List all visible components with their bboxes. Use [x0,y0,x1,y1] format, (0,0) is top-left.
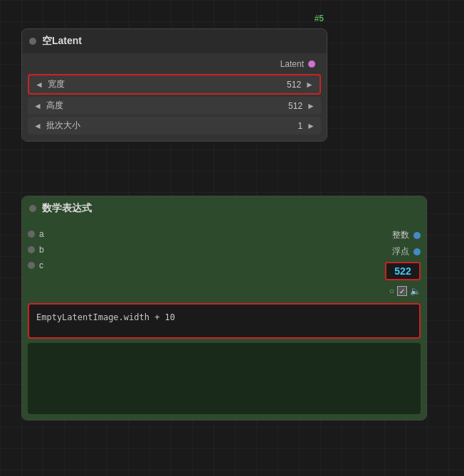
math-node-dot [29,205,36,212]
latent-output-label: Latent [280,59,304,69]
latent-output-connector[interactable] [308,60,315,68]
width-label: 宽度 [48,78,287,90]
output-value-display: 522 [385,262,421,280]
latent-node: #5 空Latent Latent ◄ 宽度 512 ► ◄ 高度 512 ► … [21,28,327,142]
output-float-row: 浮点 [392,245,421,258]
math-empty-area [28,343,421,414]
math-outputs-right: 整数 浮点 522 ○ 🔈 [385,226,421,299]
latent-node-title: 空Latent [42,35,82,48]
height-label: 高度 [46,100,288,112]
batch-value: 1 [297,121,302,131]
speaker-icon[interactable]: 🔈 [410,286,421,296]
latent-output-row: Latent [28,58,321,72]
input-a-row: a [28,229,44,239]
output-float-connector[interactable] [413,248,421,255]
latent-node-dot [29,38,36,45]
input-c-connector[interactable] [28,262,35,269]
output-float-label: 浮点 [392,245,409,258]
input-c-row: c [28,260,44,270]
height-right-arrow[interactable]: ► [305,101,317,111]
latent-node-header: 空Latent [22,29,327,53]
input-c-label: c [39,260,43,270]
input-a-connector[interactable] [28,231,35,238]
latent-node-body: Latent ◄ 宽度 512 ► ◄ 高度 512 ► ◄ 批次大小 1 ► [22,53,327,141]
math-inputs-section: a b c 整数 浮点 [28,226,421,299]
expression-area[interactable]: EmptyLatentImage.width + 10 [28,303,421,339]
output-integer-row: 整数 [392,229,421,241]
batch-right-arrow[interactable]: ► [305,121,317,131]
input-b-row: b [28,245,44,255]
batch-label: 批次大小 [46,120,298,132]
math-node-title: 数学表达式 [42,202,92,215]
circle-icon: ○ [389,286,394,296]
math-controls-row: ○ 🔈 [389,286,421,296]
input-b-label: b [39,245,44,255]
height-left-arrow[interactable]: ◄ [32,101,43,111]
checkbox-control[interactable] [397,286,407,296]
width-value: 512 [287,80,301,90]
math-node-body: a b c 整数 浮点 [22,221,426,420]
math-inputs-left: a b c [28,226,44,299]
output-integer-connector[interactable] [413,232,421,239]
input-b-connector[interactable] [28,246,35,253]
height-slider-row: ◄ 高度 512 ► [28,97,321,115]
expression-text: EmptyLatentImage.width + 10 [36,312,175,322]
math-node: 数学表达式 a b c 整数 [21,196,427,421]
width-slider-row: ◄ 宽度 512 ► [28,74,321,95]
input-a-label: a [39,229,44,239]
math-node-header: 数学表达式 [22,196,426,221]
height-value: 512 [288,101,302,111]
node1-id: #5 [315,14,324,23]
batch-slider-row: ◄ 批次大小 1 ► [28,117,321,134]
batch-left-arrow[interactable]: ◄ [32,121,43,131]
width-right-arrow[interactable]: ► [304,80,315,90]
output-integer-label: 整数 [392,229,409,241]
width-left-arrow[interactable]: ◄ [33,80,45,90]
